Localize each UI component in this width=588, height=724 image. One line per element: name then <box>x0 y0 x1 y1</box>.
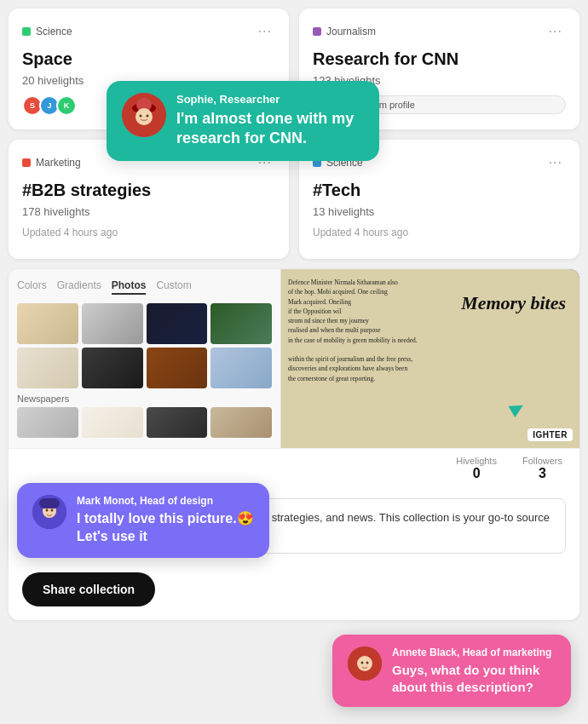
followers-label: Followers <box>522 456 562 466</box>
right-badge: IGHTER <box>527 428 573 441</box>
tab-photos[interactable]: Photos <box>112 278 147 295</box>
photo-thumb[interactable] <box>210 348 272 388</box>
tab-gradients[interactable]: Gradients <box>57 278 101 295</box>
photo-thumb[interactable] <box>147 303 208 344</box>
svg-point-4 <box>135 108 153 125</box>
annete-message: Guys, what do you think about this descr… <box>392 662 556 695</box>
newspaper-bg: Defence Minister Nirmala Sitharaman also… <box>281 269 579 448</box>
card-category: Journalism <box>313 26 376 37</box>
photo-thumb[interactable] <box>82 303 143 344</box>
svg-point-10 <box>51 509 54 512</box>
bottom-section: Colors Gradients Photos Custom Newspaper… <box>9 269 579 620</box>
svg-point-5 <box>140 115 142 118</box>
category-label: Marketing <box>36 157 81 169</box>
mark-avatar <box>32 495 66 529</box>
sophie-content: Sophie, Researcher I'm almost done with … <box>176 93 364 149</box>
card-title: #Tech <box>313 181 566 200</box>
mark-content: Mark Monot, Head of design I totally lov… <box>77 495 254 546</box>
right-panel: Defence Minister Nirmala Sitharaman also… <box>281 269 579 448</box>
svg-point-6 <box>147 115 149 118</box>
sophie-tooltip: Sophie, Researcher I'm almost done with … <box>107 81 379 161</box>
category-label: Journalism <box>326 26 376 37</box>
tab-custom[interactable]: Custom <box>156 278 191 295</box>
card-count: 13 hivelights <box>313 205 566 218</box>
card-title: Research for CNN <box>313 49 566 69</box>
mark-avatar-img <box>32 495 66 529</box>
followers-value: 3 <box>522 466 562 481</box>
mark-message: I totally love this picture.😍Let's use i… <box>77 510 254 546</box>
sophie-message: I'm almost done with my research for CNN… <box>176 109 364 149</box>
sophie-avatar <box>122 93 166 137</box>
share-collection-button[interactable]: Share collection <box>22 572 155 606</box>
card-category: Marketing <box>22 157 81 169</box>
svg-point-15 <box>366 662 369 664</box>
photo-thumb[interactable] <box>82 348 143 388</box>
svg-point-9 <box>46 509 49 512</box>
photo-picker-panel: Colors Gradients Photos Custom Newspaper… <box>9 269 281 448</box>
category-label: Science <box>36 26 72 37</box>
category-dot <box>313 27 321 36</box>
more-button[interactable]: ··· <box>255 22 275 41</box>
sophie-avatar-img <box>122 93 166 137</box>
svg-rect-11 <box>39 498 60 509</box>
annete-name: Annete Black, Head of marketing <box>392 646 556 658</box>
stats-row: Hivelights 0 Followers 3 <box>9 448 579 488</box>
card-title: #B2B strategies <box>22 181 275 200</box>
photo-thumb[interactable] <box>147 407 208 438</box>
svg-point-14 <box>361 662 364 664</box>
annete-content: Annete Black, Head of marketing Guys, wh… <box>392 646 556 695</box>
more-button[interactable]: ··· <box>545 153 566 172</box>
svg-point-13 <box>357 656 372 671</box>
annete-avatar <box>348 646 382 681</box>
photo-tabs: Colors Gradients Photos Custom <box>17 278 272 295</box>
memory-bites-text: Memory bites <box>461 293 566 313</box>
avatar: K <box>56 95 77 116</box>
photo-thumb[interactable] <box>210 303 272 344</box>
card-updated: Updated 4 hours ago <box>22 227 275 238</box>
newspaper-photo-grid <box>17 407 272 438</box>
photo-thumb[interactable] <box>210 407 272 438</box>
photo-thumb[interactable] <box>82 407 143 438</box>
stat-hivelights: Hivelights 0 <box>456 456 497 481</box>
sophie-name: Sophie, Researcher <box>176 93 364 106</box>
mark-name: Mark Monot, Head of design <box>77 495 254 507</box>
stat-followers: Followers 3 <box>522 456 562 481</box>
hivelights-value: 0 <box>456 466 497 481</box>
card-updated: Updated 4 hours ago <box>313 227 566 238</box>
card-title: Space <box>22 49 275 69</box>
photo-grid <box>17 303 272 388</box>
tab-colors[interactable]: Colors <box>17 278 47 295</box>
mark-tooltip: Mark Monot, Head of design I totally lov… <box>17 483 269 558</box>
more-button[interactable]: ··· <box>545 22 566 41</box>
image-area: Colors Gradients Photos Custom Newspaper… <box>9 269 579 448</box>
category-dot <box>22 27 31 36</box>
photo-thumb[interactable] <box>17 348 78 388</box>
annete-avatar-img <box>348 646 382 681</box>
card-category: Science <box>22 26 72 37</box>
card-count: 178 hivelights <box>22 205 275 218</box>
hivelights-label: Hivelights <box>456 456 497 466</box>
category-dot <box>22 158 31 167</box>
newspapers-label: Newspapers <box>17 394 272 404</box>
main-container: Science ··· Space 20 hivelights S J K Jo… <box>0 0 588 724</box>
photo-thumb[interactable] <box>147 348 208 388</box>
photo-thumb[interactable] <box>17 303 78 344</box>
photo-thumb[interactable] <box>17 407 78 438</box>
annete-tooltip: Annete Black, Head of marketing Guys, wh… <box>332 635 571 707</box>
